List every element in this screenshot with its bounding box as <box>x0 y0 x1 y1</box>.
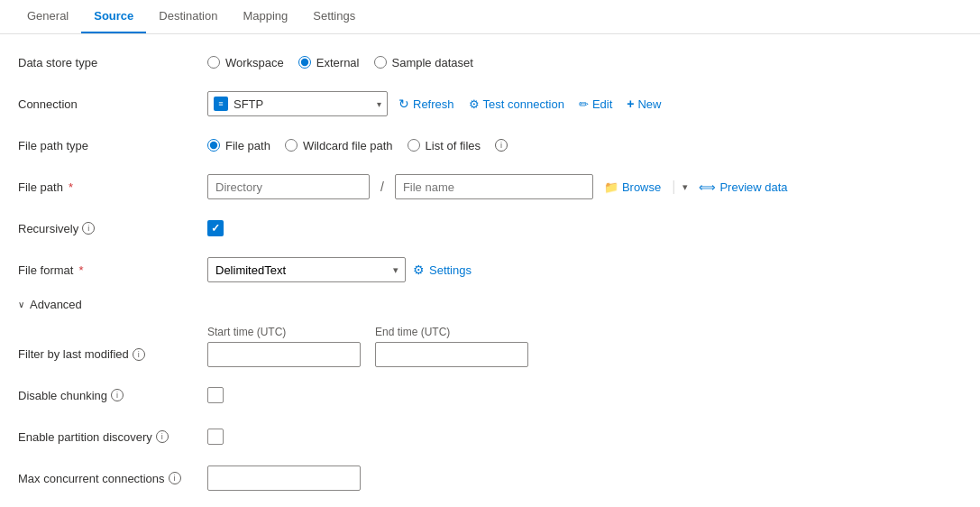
recursively-info-icon[interactable]: i <box>82 222 95 235</box>
path-separator: / <box>380 180 384 194</box>
start-time-item: Start time (UTC) <box>207 326 361 367</box>
browse-button[interactable]: 📁 Browse <box>600 179 664 196</box>
file-format-select[interactable]: DelimitedText <box>207 257 406 282</box>
file-path-type-label: File path type <box>18 139 207 152</box>
disable-chunking-controls <box>207 387 224 403</box>
time-group: Start time (UTC) End time (UTC) <box>207 326 528 367</box>
file-format-select-wrapper: DelimitedText <box>207 257 406 282</box>
radio-sample-dataset-input[interactable] <box>374 56 387 69</box>
data-store-type-label: Data store type <box>18 56 207 69</box>
end-time-label: End time (UTC) <box>375 326 528 338</box>
radio-sample-dataset[interactable]: Sample dataset <box>374 56 473 69</box>
tab-bar: General Source Destination Mapping Setti… <box>0 0 980 34</box>
edit-button[interactable]: ✏ Edit <box>575 96 616 113</box>
new-connection-button[interactable]: + New <box>623 95 664 113</box>
file-path-required: * <box>69 180 73 194</box>
enable-partition-discovery-row: Enable partition discovery i <box>18 423 884 450</box>
list-of-files-info-icon[interactable]: i <box>495 139 508 152</box>
max-concurrent-connections-info-icon[interactable]: i <box>169 472 181 484</box>
data-store-type-row: Data store type Workspace External Sampl… <box>18 49 884 76</box>
radio-file-path-input[interactable] <box>207 139 220 152</box>
test-connection-button[interactable]: ⚙ Test connection <box>465 96 568 113</box>
recursively-label: Recursively i <box>18 222 207 235</box>
radio-wildcard-file-path[interactable]: Wildcard file path <box>285 139 393 152</box>
filter-info-icon[interactable]: i <box>133 348 145 361</box>
radio-wildcard-file-path-label: Wildcard file path <box>303 139 393 152</box>
file-format-row: File format * DelimitedText ⚙ Settings <box>18 256 884 283</box>
filename-input[interactable] <box>395 174 593 199</box>
start-time-label: Start time (UTC) <box>207 326 361 338</box>
browse-separator: | <box>672 179 675 195</box>
radio-list-of-files-label: List of files <box>426 139 481 152</box>
connection-value: SFTP <box>234 97 371 111</box>
file-path-controls: / 📁 Browse | ▾ ⟺ Preview data <box>207 174 792 199</box>
advanced-toggle[interactable]: ∨ Advanced <box>18 298 884 311</box>
end-time-item: End time (UTC) <box>375 326 528 367</box>
browse-dropdown-arrow[interactable]: ▾ <box>682 181 688 193</box>
preview-data-button[interactable]: ⟺ Preview data <box>695 179 791 196</box>
radio-sample-dataset-label: Sample dataset <box>392 56 473 69</box>
edit-icon: ✏ <box>579 97 589 111</box>
preview-data-label: Preview data <box>719 180 787 194</box>
radio-external-input[interactable] <box>298 56 311 69</box>
radio-file-path[interactable]: File path <box>207 139 270 152</box>
new-connection-label: New <box>637 97 661 111</box>
connection-controls: ≡ SFTP ▾ ↻ Refresh ⚙ Test connection ✏ E… <box>207 91 664 116</box>
enable-partition-discovery-info-icon[interactable]: i <box>156 430 169 443</box>
directory-input[interactable] <box>207 174 370 199</box>
disable-chunking-info-icon[interactable]: i <box>111 389 124 401</box>
connection-icon-symbol: ≡ <box>218 99 223 108</box>
enable-partition-discovery-checkbox[interactable] <box>207 429 224 445</box>
main-content: Data store type Workspace External Sampl… <box>0 34 902 507</box>
radio-list-of-files[interactable]: List of files <box>408 139 481 152</box>
test-connection-icon: ⚙ <box>469 97 480 111</box>
radio-wildcard-file-path-input[interactable] <box>285 139 298 152</box>
refresh-label: Refresh <box>413 97 454 111</box>
radio-workspace[interactable]: Workspace <box>207 56 284 69</box>
browse-icon: 📁 <box>604 180 618 194</box>
settings-icon: ⚙ <box>413 263 425 277</box>
radio-workspace-input[interactable] <box>207 56 220 69</box>
radio-list-of-files-input[interactable] <box>408 139 420 152</box>
tab-source[interactable]: Source <box>81 0 146 33</box>
max-concurrent-connections-input[interactable] <box>207 466 361 491</box>
file-format-required: * <box>78 263 83 277</box>
connection-dropdown[interactable]: ≡ SFTP ▾ <box>207 91 388 116</box>
recursively-controls <box>207 220 224 236</box>
file-path-row: File path * / 📁 Browse | ▾ ⟺ Preview dat… <box>18 173 884 200</box>
radio-external[interactable]: External <box>298 56 360 69</box>
advanced-label: Advanced <box>30 298 82 311</box>
refresh-button[interactable]: ↻ Refresh <box>395 95 458 113</box>
preview-data-icon: ⟺ <box>699 180 716 194</box>
tab-general[interactable]: General <box>14 0 81 33</box>
advanced-chevron-icon: ∨ <box>18 300 24 309</box>
filter-by-last-modified-controls: Start time (UTC) End time (UTC) <box>207 326 528 367</box>
tab-destination[interactable]: Destination <box>146 0 230 33</box>
file-format-controls: DelimitedText ⚙ Settings <box>207 257 472 282</box>
edit-label: Edit <box>592 97 612 111</box>
settings-label: Settings <box>429 263 472 277</box>
file-path-type-controls: File path Wildcard file path List of fil… <box>207 139 508 152</box>
disable-chunking-checkbox[interactable] <box>207 387 224 403</box>
file-path-type-row: File path type File path Wildcard file p… <box>18 132 884 159</box>
enable-partition-discovery-label: Enable partition discovery i <box>18 430 207 444</box>
data-store-type-controls: Workspace External Sample dataset <box>207 56 473 69</box>
max-concurrent-connections-label: Max concurrent connections i <box>18 472 207 485</box>
connection-label: Connection <box>18 97 207 111</box>
file-format-settings-button[interactable]: ⚙ Settings <box>413 263 472 277</box>
browse-label: Browse <box>622 180 661 194</box>
enable-partition-discovery-controls <box>207 429 224 445</box>
max-concurrent-connections-row: Max concurrent connections i <box>18 465 884 492</box>
connection-sftp-icon: ≡ <box>214 97 228 111</box>
file-format-label: File format * <box>18 263 207 277</box>
tab-settings[interactable]: Settings <box>300 0 368 33</box>
filter-by-last-modified-label: Filter by last modified i <box>18 326 207 361</box>
tab-mapping[interactable]: Mapping <box>230 0 300 33</box>
recursively-row: Recursively i <box>18 215 884 242</box>
radio-file-path-label: File path <box>225 139 270 152</box>
start-time-input[interactable] <box>207 342 361 367</box>
end-time-input[interactable] <box>375 342 528 367</box>
disable-chunking-row: Disable chunking i <box>18 382 884 409</box>
filter-by-last-modified-row: Filter by last modified i Start time (UT… <box>18 326 884 367</box>
recursively-checkbox[interactable] <box>207 220 224 236</box>
